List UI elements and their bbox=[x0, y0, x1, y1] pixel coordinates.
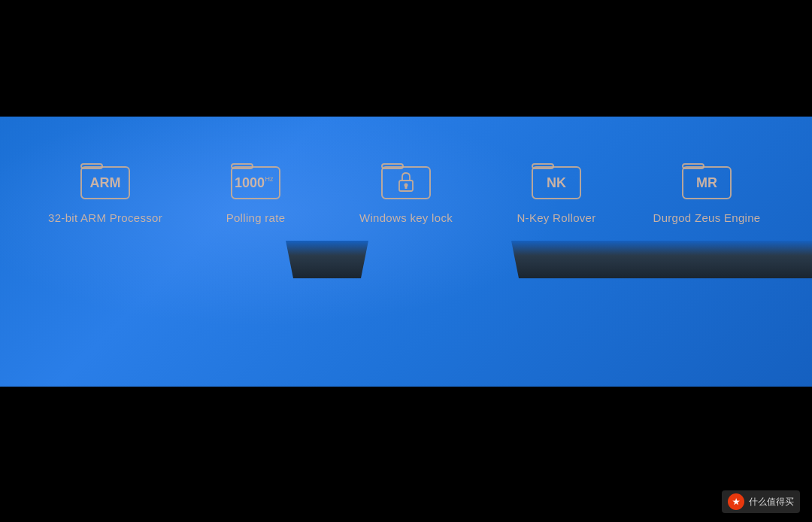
svg-rect-8 bbox=[382, 167, 430, 199]
feature-zeus-engine: MR Durgod Zeus Engine bbox=[632, 154, 782, 224]
feature-nkey-rollover: NK N-Key Rollover bbox=[481, 154, 632, 224]
svg-text:NK: NK bbox=[547, 175, 566, 190]
feature-windows-key-lock: Windows key lock bbox=[331, 154, 481, 224]
blue-banner: ARM 32-bit ARM Processor 1000 Hz Polling… bbox=[0, 117, 812, 387]
arm-label: 32-bit ARM Processor bbox=[48, 211, 162, 224]
feature-polling-rate: 1000 Hz Polling rate bbox=[180, 154, 331, 224]
svg-text:MR: MR bbox=[696, 175, 717, 190]
scene: ARM 32-bit ARM Processor 1000 Hz Polling… bbox=[0, 0, 812, 522]
cardboard-edge bbox=[0, 241, 812, 278]
watermark-text: 什么值得买 bbox=[749, 496, 794, 508]
watermark: ★ 什么值得买 bbox=[722, 490, 800, 513]
feature-arm-processor: ARM 32-bit ARM Processor bbox=[30, 154, 180, 224]
features-row: ARM 32-bit ARM Processor 1000 Hz Polling… bbox=[0, 154, 812, 224]
windows-key-lock-label: Windows key lock bbox=[359, 211, 453, 224]
bottom-dark-area bbox=[0, 387, 812, 522]
svg-text:Hz: Hz bbox=[265, 175, 274, 183]
polling-folder-icon: 1000 Hz bbox=[229, 154, 283, 201]
zeus-label: Durgod Zeus Engine bbox=[653, 211, 761, 224]
svg-text:ARM: ARM bbox=[90, 175, 121, 190]
svg-text:1000: 1000 bbox=[235, 175, 265, 190]
nkey-label: N-Key Rollover bbox=[517, 211, 595, 224]
arm-folder-icon: ARM bbox=[78, 154, 132, 201]
svg-rect-11 bbox=[405, 186, 408, 189]
top-black-area bbox=[0, 0, 812, 117]
nk-folder-icon: NK bbox=[529, 154, 583, 201]
watermark-icon: ★ bbox=[728, 493, 744, 510]
polling-label: Polling rate bbox=[226, 211, 286, 224]
lock-folder-icon bbox=[379, 154, 433, 201]
mr-folder-icon: MR bbox=[680, 154, 734, 201]
